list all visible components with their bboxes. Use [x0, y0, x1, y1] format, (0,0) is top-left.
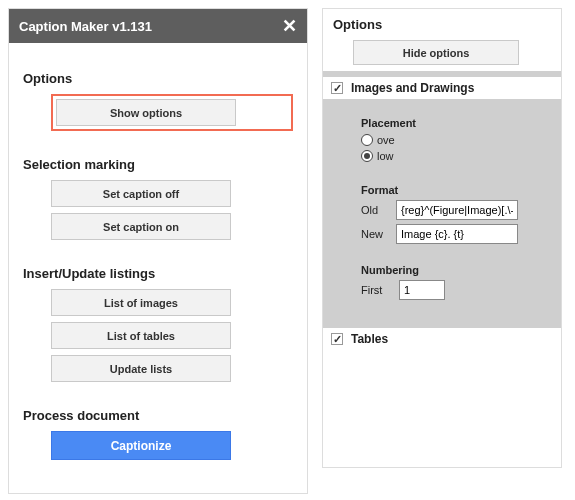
titlebar: Caption Maker v1.131 ✕ [9, 9, 307, 43]
process-heading: Process document [23, 408, 293, 423]
list-of-tables-button[interactable]: List of tables [51, 322, 231, 349]
tables-checkbox[interactable]: ✓ [331, 333, 343, 345]
images-group: ✓ Images and Drawings Placement ove low … [323, 71, 561, 350]
options-heading: Options [23, 71, 293, 86]
set-caption-on-button[interactable]: Set caption on [51, 213, 231, 240]
app-title: Caption Maker v1.131 [19, 19, 152, 34]
images-group-title: Images and Drawings [351, 81, 474, 95]
selection-heading: Selection marking [23, 157, 293, 172]
tables-group-header[interactable]: ✓ Tables [323, 328, 561, 350]
placement-label: Placement [361, 117, 518, 129]
update-lists-button[interactable]: Update lists [51, 355, 231, 382]
numbering-first-label: First [361, 284, 391, 296]
listings-heading: Insert/Update listings [23, 266, 293, 281]
tables-group-title: Tables [351, 332, 388, 346]
show-options-button[interactable]: Show options [56, 99, 236, 126]
list-of-images-button[interactable]: List of images [51, 289, 231, 316]
placement-above-text: ove [377, 134, 395, 146]
placement-below-radio[interactable] [361, 150, 373, 162]
close-icon[interactable]: ✕ [282, 17, 297, 35]
set-caption-off-button[interactable]: Set caption off [51, 180, 231, 207]
options-panel-heading: Options [323, 17, 561, 40]
placement-above-radio[interactable] [361, 134, 373, 146]
format-new-input[interactable] [396, 224, 518, 244]
format-old-label: Old [361, 204, 388, 216]
numbering-first-input[interactable] [399, 280, 445, 300]
images-group-header[interactable]: ✓ Images and Drawings [323, 77, 561, 99]
placement-below-text: low [377, 150, 394, 162]
numbering-label: Numbering [361, 264, 518, 276]
captionize-button[interactable]: Captionize [51, 431, 231, 460]
format-new-label: New [361, 228, 388, 240]
format-old-input[interactable] [396, 200, 518, 220]
hide-options-button[interactable]: Hide options [353, 40, 519, 65]
show-options-highlight: Show options [51, 94, 293, 131]
options-panel: Options Hide options ✓ Images and Drawin… [322, 8, 562, 468]
images-checkbox[interactable]: ✓ [331, 82, 343, 94]
main-panel: Caption Maker v1.131 ✕ Options Show opti… [8, 8, 308, 494]
format-label: Format [361, 184, 518, 196]
